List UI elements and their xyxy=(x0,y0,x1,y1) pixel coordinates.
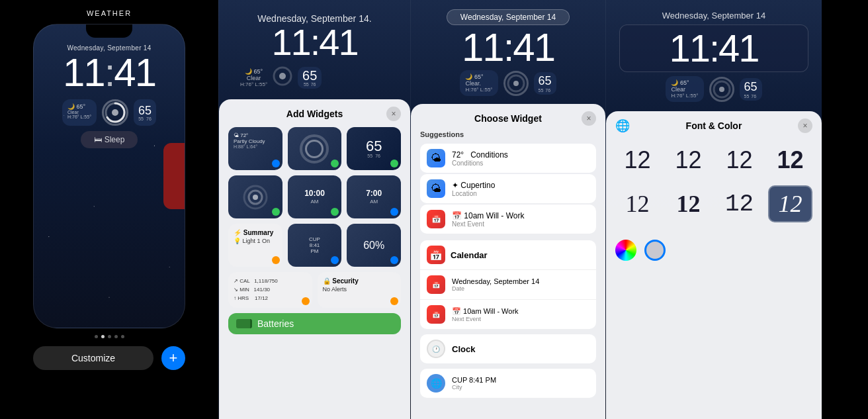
aw-batteries-widget[interactable]: Batteries xyxy=(228,313,401,334)
phone-time: 11:41 xyxy=(63,53,155,93)
cal-event-icon: 📅 xyxy=(427,305,445,324)
p4-weather-hl: H:76° L:55° xyxy=(671,93,698,99)
font-sample-regular[interactable]: 12 xyxy=(717,142,761,179)
aw-target-widget[interactable] xyxy=(228,175,282,218)
font-sample-bold[interactable]: 12 xyxy=(768,142,812,179)
event-main: 📅 10am Will - Work xyxy=(452,211,589,220)
p2-weather-line1: 🌙 65° xyxy=(240,68,267,75)
p4-weather-desc: Clear xyxy=(671,86,698,93)
aw-security-widget[interactable]: 🔒 Security No Alerts xyxy=(318,272,402,308)
aw-cal-widget[interactable]: ↗ CAL 1,118/750↘ MIN 141/30↑ HRS 17/12 xyxy=(228,272,312,308)
p3-weather-line1: 🌙 65° xyxy=(465,73,492,80)
p3-time: 11:41 xyxy=(462,28,554,68)
cup-main: CUP 8:41 PM xyxy=(452,376,496,384)
cal-date-text: Wednesday, September 14 Date xyxy=(452,277,539,292)
dot-5 xyxy=(121,335,124,338)
battery-icon xyxy=(236,319,252,328)
cup-sub: City xyxy=(452,384,496,391)
number-widget: 65 55 76 xyxy=(134,99,156,126)
aw-clock2-widget[interactable]: 7:00 AM xyxy=(347,175,401,218)
p4-num-sub: 55 76 xyxy=(744,94,758,99)
aw-summary-title: ⚡ Summary xyxy=(234,229,277,236)
p3-num-big: 65 xyxy=(539,74,552,88)
calendar-items: 📅 Wednesday, September 14 Date 📅 📅 10am … xyxy=(420,270,596,329)
color-gradient-swatch[interactable] xyxy=(615,240,636,261)
svg-point-4 xyxy=(279,73,286,79)
p3-num-sub: 55 76 xyxy=(539,88,552,93)
p2-time: 11:41 xyxy=(230,24,400,61)
font-sample-serif-bold[interactable]: 12 xyxy=(666,185,711,222)
cw-close[interactable]: × xyxy=(582,111,596,126)
p2-num-sub: 55 76 xyxy=(302,82,317,87)
font-sample-serif[interactable]: 12 xyxy=(615,185,660,222)
weather-desc: Clear xyxy=(67,110,91,115)
cw-title: Choose Widget xyxy=(474,113,542,124)
fc-close[interactable]: × xyxy=(798,118,812,133)
p3-ring-svg xyxy=(506,73,526,93)
p2-num-widget: 65 55 76 xyxy=(298,67,322,89)
p2-widgets-row: 🌙 65° Clear H:76° L:55° 65 55 76 xyxy=(230,61,400,94)
aw-cup-widget[interactable]: CUP8:41PM xyxy=(288,224,342,267)
phone-content: Wednesday, September 14 11:41 🌙 65° Clea… xyxy=(34,44,185,148)
globe-icon: 🌐 xyxy=(615,118,630,133)
calendar-section-header[interactable]: 📅 Calendar xyxy=(420,240,596,270)
aw-row2: 10:00 AM 7:00 AM xyxy=(228,175,401,218)
add-widgets-header: Add Widgets × xyxy=(228,109,401,119)
suggestions-list: 🌤 72° Conditions Conditions 🌤 ✦ Cupertin… xyxy=(420,144,596,234)
p4-time-box: 11:41 xyxy=(619,24,808,72)
aw-ring-widget[interactable] xyxy=(288,127,342,170)
calendar-item-event[interactable]: 📅 📅 10am Will - Work Next Event xyxy=(420,300,596,329)
aw-summary-widget[interactable]: ⚡ Summary 💡 Light 1 On xyxy=(228,224,282,267)
fc-header: 🌐 Font & Color × xyxy=(615,120,812,131)
aw-weather-widget[interactable]: 🌤 72° Partly Cloudy H:88° L:64° xyxy=(228,127,282,170)
calendar-item-date[interactable]: 📅 Wednesday, September 14 Date xyxy=(420,270,596,300)
cupertino-icon: 🌤 xyxy=(427,179,445,198)
aw-row2b: ⚡ Summary 💡 Light 1 On CUP8:41PM 60% xyxy=(228,224,401,267)
p2-ring-svg xyxy=(271,65,294,87)
aw-security-title: 🔒 Security xyxy=(323,277,396,285)
clock-section-row[interactable]: 🕐 Clock xyxy=(420,334,596,363)
font-sample-mono[interactable]: 12 xyxy=(717,185,761,222)
aw-security-val: No Alerts xyxy=(323,286,396,293)
p4-ring-svg xyxy=(712,79,732,99)
font-sample-thin[interactable]: 12 xyxy=(615,142,660,179)
aw-clock1-ampm: AM xyxy=(310,199,318,205)
phone-widgets-row: 🌙 65° Clear H:76° L:55° 65 55 76 xyxy=(53,99,165,126)
conditions-main: 72° Conditions xyxy=(452,150,589,160)
event-text: 📅 10am Will - Work Next Event xyxy=(452,211,589,228)
cal-date-icon: 📅 xyxy=(427,275,445,294)
aw-row1: 🌤 72° Partly Cloudy H:88° L:64° 65 55 76 xyxy=(228,127,401,170)
aw-row3: ↗ CAL 1,118/750↘ MIN 141/30↑ HRS 17/12 🔒… xyxy=(228,272,401,308)
p4-weather-line1: 🌙 65° xyxy=(671,79,698,86)
p3-weather-desc: Clear. xyxy=(465,80,492,87)
hour: 11 xyxy=(63,50,105,95)
calendar-section-icon: 📅 xyxy=(427,246,445,264)
suggestions-label: Suggestions xyxy=(420,130,596,138)
ring-svg xyxy=(104,101,126,124)
panel-font-color: Wednesday, September 14 11:41 🌙 65° Clea… xyxy=(605,0,822,419)
aw-cup-text: CUP8:41PM xyxy=(309,236,320,254)
clock-label: Clock xyxy=(452,344,475,354)
sleep-button[interactable]: 🛏 Sleep xyxy=(81,131,138,148)
cw-header: Choose Widget × xyxy=(420,113,596,124)
aw-clock2-ampm: AM xyxy=(370,199,378,205)
aw-number-widget[interactable]: 65 55 76 xyxy=(347,127,401,170)
customize-button[interactable]: Customize xyxy=(33,346,153,370)
add-widgets-close[interactable]: × xyxy=(386,107,401,121)
add-button[interactable]: + xyxy=(161,346,185,370)
aw-clock1-widget[interactable]: 10:00 AM xyxy=(288,175,342,218)
cup-section: 🌐 CUP 8:41 PM City xyxy=(420,369,596,398)
p2-num-big: 65 xyxy=(302,69,317,82)
font-sample-light[interactable]: 12 xyxy=(666,142,711,179)
suggestion-event[interactable]: 📅 📅 10am Will - Work Next Event xyxy=(420,205,596,234)
cup-section-row[interactable]: 🌐 CUP 8:41 PM City xyxy=(420,369,596,398)
aw-percent-widget[interactable]: 60% xyxy=(347,224,401,267)
cal-date-main: Wednesday, September 14 xyxy=(452,277,539,285)
weather-highlow: H:76° L:55° xyxy=(67,115,91,119)
color-gray-swatch[interactable] xyxy=(644,240,666,261)
suggestion-cupertino[interactable]: 🌤 ✦ Cupertino Location xyxy=(420,174,596,203)
font-sample-italic[interactable]: 12 xyxy=(768,185,812,222)
p4-lockscreen: Wednesday, September 14 11:41 🌙 65° Clea… xyxy=(606,0,822,106)
suggestion-conditions[interactable]: 🌤 72° Conditions Conditions xyxy=(420,144,596,173)
fc-title: Font & Color xyxy=(686,120,742,131)
